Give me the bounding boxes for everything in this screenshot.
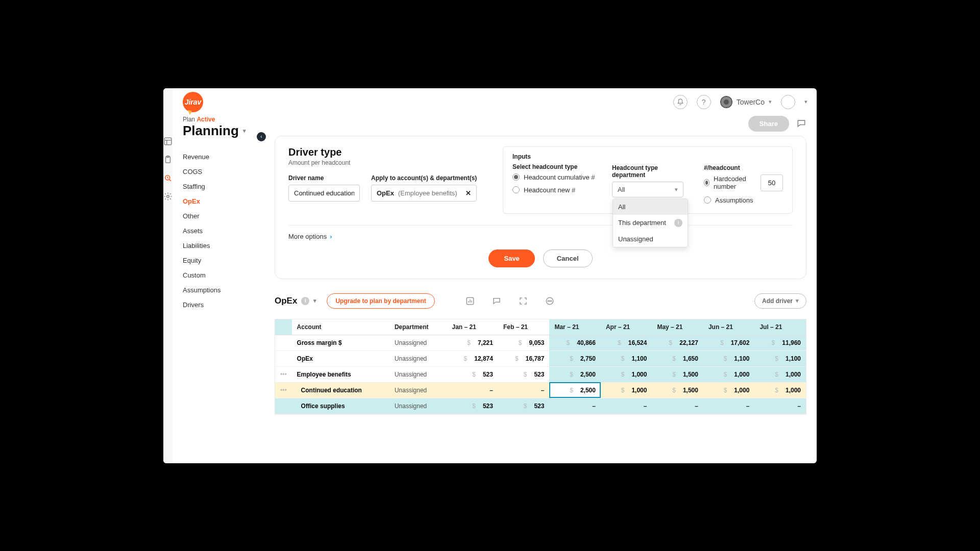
info-icon[interactable]: i xyxy=(301,297,309,305)
column-header[interactable]: Jan – 21 xyxy=(447,319,498,335)
info-icon[interactable]: i xyxy=(674,219,682,227)
rail-planning-icon[interactable] xyxy=(163,173,173,183)
table-title[interactable]: OpEx i ▾ xyxy=(275,296,316,306)
value-cell[interactable]: $16,787 xyxy=(498,350,549,366)
rail-layout-icon[interactable] xyxy=(163,137,173,146)
value-cell[interactable]: – xyxy=(703,398,754,414)
more-options-link[interactable]: More options› xyxy=(288,225,793,240)
per-option[interactable]: Assumptions xyxy=(704,196,783,204)
column-header[interactable]: Department xyxy=(389,319,447,335)
chart-icon[interactable] xyxy=(465,296,475,306)
sidebar-item-staffing[interactable]: Staffing xyxy=(183,183,259,190)
remove-account-icon[interactable]: ✕ xyxy=(465,189,471,197)
sidebar-item-opex[interactable]: OpEx xyxy=(183,197,259,205)
sidebar-item-cogs[interactable]: COGS xyxy=(183,168,259,176)
column-header[interactable]: Apr – 21 xyxy=(601,319,652,335)
dept-option[interactable]: All xyxy=(613,199,688,215)
sidebar-item-assets[interactable]: Assets xyxy=(183,227,259,235)
rail-settings-icon[interactable] xyxy=(163,192,173,201)
expand-icon[interactable] xyxy=(519,296,528,306)
value-cell[interactable]: $1,000 xyxy=(754,382,806,398)
rail-clipboard-icon[interactable] xyxy=(163,155,173,164)
page-title[interactable]: Planning▾ xyxy=(183,123,259,139)
value-cell[interactable]: $2,750 xyxy=(549,350,600,366)
table-row[interactable]: Office suppliesUnassigned$523$523––––– xyxy=(275,398,806,414)
value-cell[interactable]: $17,602 xyxy=(703,335,754,350)
chevron-down-icon[interactable]: ▾ xyxy=(804,98,807,105)
value-cell[interactable]: $16,524 xyxy=(601,335,652,350)
value-cell[interactable]: $7,221 xyxy=(447,335,498,350)
value-cell[interactable]: – xyxy=(601,398,652,414)
per-headcount-input[interactable] xyxy=(761,174,783,191)
value-cell[interactable]: $523 xyxy=(498,366,549,382)
value-cell[interactable]: – xyxy=(549,398,600,414)
value-cell[interactable]: $1,000 xyxy=(601,366,652,382)
sidebar-item-assumptions[interactable]: Assumptions xyxy=(183,286,259,294)
value-cell[interactable]: $1,000 xyxy=(703,366,754,382)
headcount-option[interactable]: Headcount new # xyxy=(512,186,597,194)
table-row[interactable]: •••Continued educationUnassigned––$2,500… xyxy=(275,382,806,398)
more-icon[interactable] xyxy=(545,296,554,306)
sidebar-item-other[interactable]: Other xyxy=(183,212,259,220)
comment-icon[interactable] xyxy=(492,296,501,306)
data-grid[interactable]: AccountDepartmentJan – 21Feb – 21Mar – 2… xyxy=(275,319,806,415)
save-button[interactable]: Save xyxy=(488,249,534,267)
cancel-button[interactable]: Cancel xyxy=(543,249,593,267)
headcount-option[interactable]: Headcount cumulative # xyxy=(512,173,597,181)
sidebar-item-equity[interactable]: Equity xyxy=(183,257,259,264)
value-cell[interactable]: $40,866 xyxy=(549,335,600,350)
dept-option[interactable]: This departmenti xyxy=(613,215,688,231)
add-driver-button[interactable]: Add driver▾ xyxy=(754,293,806,309)
sidebar-item-drivers[interactable]: Drivers xyxy=(183,301,259,309)
value-cell[interactable]: $523 xyxy=(447,398,498,414)
column-header[interactable]: Account xyxy=(292,319,389,335)
value-cell[interactable]: $1,100 xyxy=(754,350,806,366)
table-row[interactable]: •••Employee benefitsUnassigned$523$523$2… xyxy=(275,366,806,382)
comment-icon[interactable] xyxy=(796,118,806,129)
per-option[interactable]: Hardcoded number xyxy=(704,174,783,191)
column-header[interactable]: May – 21 xyxy=(652,319,703,335)
value-cell[interactable]: $12,874 xyxy=(447,350,498,366)
dept-select[interactable]: All▾ AllThis departmentiUnassigned 👆 xyxy=(612,182,683,197)
sidebar-item-custom[interactable]: Custom xyxy=(183,271,259,279)
value-cell[interactable]: $1,000 xyxy=(703,382,754,398)
table-row[interactable]: OpExUnassigned$12,874$16,787$2,750$1,100… xyxy=(275,350,806,366)
org-switcher[interactable]: TowerCo ▾ xyxy=(720,96,772,108)
brand-logo[interactable]: Jirav xyxy=(183,92,203,112)
value-cell[interactable]: $11,960 xyxy=(754,335,806,350)
collapse-sidebar-button[interactable]: ‹ xyxy=(257,132,266,141)
value-cell[interactable]: $2,500 xyxy=(549,366,600,382)
apply-account-pill[interactable]: OpEx (Employee benefits) ✕ xyxy=(371,185,477,202)
notifications-icon[interactable] xyxy=(673,95,688,109)
value-cell[interactable]: $1,500 xyxy=(652,382,703,398)
value-cell[interactable]: $1,500 xyxy=(652,366,703,382)
value-cell[interactable]: $1,000 xyxy=(601,382,652,398)
upgrade-plan-button[interactable]: Upgrade to plan by department xyxy=(327,293,434,309)
value-cell[interactable]: $1,000 xyxy=(754,366,806,382)
row-handle[interactable]: ••• xyxy=(275,382,292,398)
value-cell[interactable]: $2,500 xyxy=(549,382,600,398)
table-row[interactable]: Gross margin $Unassigned$7,221$9,053$40,… xyxy=(275,335,806,350)
sidebar-item-revenue[interactable]: Revenue xyxy=(183,153,259,161)
avatar[interactable] xyxy=(781,95,795,109)
value-cell[interactable]: – xyxy=(498,382,549,398)
dept-option[interactable]: Unassigned xyxy=(613,231,688,247)
sidebar-item-liabilities[interactable]: Liabilities xyxy=(183,242,259,249)
share-button[interactable]: Share xyxy=(748,116,789,132)
help-icon[interactable]: ? xyxy=(697,95,711,109)
column-header[interactable]: Jul – 21 xyxy=(754,319,806,335)
value-cell[interactable]: $9,053 xyxy=(498,335,549,350)
value-cell[interactable]: $523 xyxy=(498,398,549,414)
column-header[interactable]: Mar – 21 xyxy=(549,319,600,335)
value-cell[interactable]: $1,650 xyxy=(652,350,703,366)
column-header[interactable]: Feb – 21 xyxy=(498,319,549,335)
value-cell[interactable]: – xyxy=(652,398,703,414)
value-cell[interactable]: $22,127 xyxy=(652,335,703,350)
value-cell[interactable]: $1,100 xyxy=(703,350,754,366)
value-cell[interactable]: – xyxy=(447,382,498,398)
value-cell[interactable]: $523 xyxy=(447,366,498,382)
value-cell[interactable]: – xyxy=(754,398,806,414)
driver-name-input[interactable] xyxy=(288,185,360,202)
value-cell[interactable]: $1,100 xyxy=(601,350,652,366)
row-handle[interactable]: ••• xyxy=(275,366,292,382)
